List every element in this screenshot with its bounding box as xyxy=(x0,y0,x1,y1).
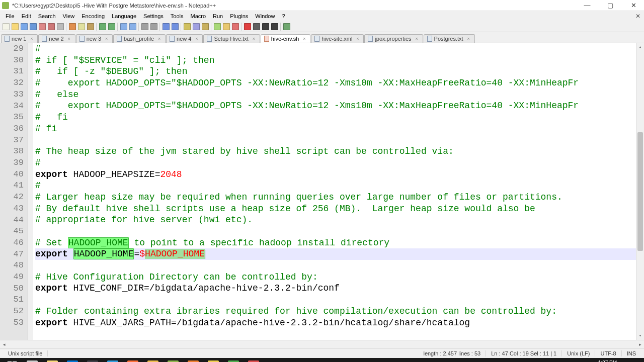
code-line[interactable] xyxy=(35,226,644,237)
code-line[interactable]: # fi xyxy=(35,123,644,135)
taskbar-chrome-button[interactable] xyxy=(143,358,163,362)
scroll-right-arrow-icon[interactable]: ▸ xyxy=(636,340,644,348)
taskbar-file-explorer-button[interactable] xyxy=(42,358,62,362)
code-line[interactable]: # export HADOOP_OPTS="$HADOOP_OPTS -XX:N… xyxy=(35,100,644,112)
taskbar-edge-button[interactable] xyxy=(62,358,83,362)
close-button[interactable]: ✕ xyxy=(625,1,642,11)
menu-language[interactable]: Language xyxy=(108,12,140,20)
open-button[interactable] xyxy=(11,22,19,31)
tab-bash_profile[interactable]: bash_profile× xyxy=(113,34,166,43)
windows-taskbar[interactable]: ˄ 👤 🖧 🔊 1:27 PM 8/20/2019 💬 xyxy=(0,358,644,362)
lang-button[interactable] xyxy=(222,22,230,31)
tab-close-icon[interactable]: × xyxy=(194,36,199,42)
tab-hive-env-sh[interactable]: hive-env.sh× xyxy=(261,34,310,43)
redo-button[interactable] xyxy=(107,22,116,31)
save-button[interactable] xyxy=(20,22,28,31)
tab-close-icon[interactable]: × xyxy=(66,36,72,42)
tab-close-icon[interactable]: × xyxy=(414,36,420,42)
taskbar-app-green-button[interactable] xyxy=(223,358,244,362)
undo-button[interactable] xyxy=(98,22,107,31)
tab-close-icon[interactable]: × xyxy=(466,36,471,42)
stop-button[interactable] xyxy=(252,22,261,31)
code-line[interactable] xyxy=(35,260,644,272)
monitor-button[interactable] xyxy=(282,22,291,31)
scroll-up-arrow-icon[interactable]: ▴ xyxy=(636,43,644,51)
close-all-button[interactable] xyxy=(47,22,55,31)
code-line[interactable]: # By default hive shell scripts use a he… xyxy=(35,203,644,215)
code-line[interactable]: # xyxy=(35,157,644,169)
tab-new-1[interactable]: new 1× xyxy=(1,34,38,43)
tab-new-2[interactable]: new 2× xyxy=(38,34,75,43)
taskbar-clock[interactable]: 1:27 PM 8/20/2019 xyxy=(590,360,622,362)
code-line[interactable]: # Folder containing extra ibraries requi… xyxy=(35,306,644,317)
zoom-out-button[interactable] xyxy=(149,22,158,31)
code-line[interactable]: # appropriate for hive server (hwi etc). xyxy=(35,214,644,226)
code-line[interactable]: export HADOOP_HOME=$HADOOP_HOME xyxy=(35,248,644,260)
code-line[interactable]: # xyxy=(35,180,644,192)
code-line[interactable]: # if [ -z "$DEBUG" ]; then xyxy=(35,66,644,77)
menu-run[interactable]: Run xyxy=(209,12,226,20)
horizontal-scrollbar[interactable]: ◂ ▸ xyxy=(0,340,644,348)
code-line[interactable]: # The heap size of the jvm stared by hiv… xyxy=(35,146,644,157)
menu-tools[interactable]: Tools xyxy=(167,12,187,20)
new-button[interactable] xyxy=(2,22,10,31)
code-line[interactable] xyxy=(35,294,644,306)
play-button[interactable] xyxy=(261,22,270,31)
rec-button[interactable] xyxy=(243,22,252,31)
replace-button[interactable] xyxy=(128,22,137,31)
code-line[interactable]: # else xyxy=(35,89,644,101)
minimize-button[interactable]: — xyxy=(579,1,596,11)
tabbar-close-icon[interactable]: ✕ xyxy=(634,13,642,20)
taskbar-app-orange-button[interactable] xyxy=(183,358,203,362)
taskbar-app-red-button[interactable] xyxy=(244,358,264,362)
tab-setup-hive-txt[interactable]: Setup Hive.txt× xyxy=(203,34,260,43)
code-line[interactable]: export HIVE_CONF_DIR=/bigdata/apache-hiv… xyxy=(35,283,644,294)
tab-close-icon[interactable]: × xyxy=(251,36,257,42)
zoom-in-button[interactable] xyxy=(140,22,149,31)
tab-close-icon[interactable]: × xyxy=(355,36,360,42)
tab-new-3[interactable]: new 3× xyxy=(76,34,113,43)
menu-[interactable]: ? xyxy=(278,12,288,20)
indent-button[interactable] xyxy=(201,22,209,31)
menu-encoding[interactable]: Encoding xyxy=(78,12,108,20)
taskbar-start-button[interactable] xyxy=(2,358,22,362)
menu-view[interactable]: View xyxy=(59,12,78,20)
code-area[interactable]: ## if [ "$SERVICE" = "cli" ]; then# if [… xyxy=(33,43,644,340)
play-multi-button[interactable] xyxy=(270,22,279,31)
scroll-down-arrow-icon[interactable]: ▾ xyxy=(636,332,644,340)
menu-edit[interactable]: Edit xyxy=(18,12,35,20)
menu-settings[interactable]: Settings xyxy=(140,12,167,20)
menu-macro[interactable]: Macro xyxy=(187,12,209,20)
tab-postgres-txt[interactable]: Postgres.txt× xyxy=(424,34,475,43)
code-line[interactable]: # if [ "$SERVICE" = "cli" ]; then xyxy=(35,55,644,66)
code-line[interactable]: # Larger heap size may be required when … xyxy=(35,192,644,203)
tab-new-4[interactable]: new 4× xyxy=(166,34,203,43)
tab-hive-site-xml[interactable]: hive-site.xml× xyxy=(311,34,364,43)
code-line[interactable]: # Hive Configuration Directory can be co… xyxy=(35,272,644,283)
comment-button[interactable] xyxy=(231,22,239,31)
fold-button[interactable] xyxy=(213,22,221,31)
sync-v-button[interactable] xyxy=(162,22,170,31)
tab-close-icon[interactable]: × xyxy=(301,36,307,42)
menu-window[interactable]: Window xyxy=(252,12,278,20)
copy-button[interactable] xyxy=(77,22,86,31)
code-line[interactable]: # export HADOOP_OPTS="$HADOOP_OPTS -XX:N… xyxy=(35,77,644,89)
sync-h-button[interactable] xyxy=(171,22,179,31)
taskbar-app-yellow-button[interactable] xyxy=(203,358,223,362)
vertical-scrollbar[interactable]: ▴ ▾ xyxy=(636,43,644,340)
print-button[interactable] xyxy=(56,22,64,31)
close-button[interactable] xyxy=(38,22,46,31)
maximize-button[interactable]: ▢ xyxy=(602,1,619,11)
tab-close-icon[interactable]: × xyxy=(104,36,109,42)
menu-file[interactable]: File xyxy=(2,12,18,20)
taskbar-firefox-button[interactable] xyxy=(123,358,143,362)
paste-button[interactable] xyxy=(86,22,95,31)
editor[interactable]: 2930313233343536373839404142434445464748… xyxy=(0,43,644,340)
code-line[interactable] xyxy=(35,135,644,146)
fold-margin[interactable] xyxy=(28,43,33,340)
code-line[interactable]: # fi xyxy=(35,112,644,123)
tab-close-icon[interactable]: × xyxy=(29,36,34,42)
scroll-left-arrow-icon[interactable]: ◂ xyxy=(0,340,8,348)
code-line[interactable]: export HIVE_AUX_JARS_PATH=/bigdata/apach… xyxy=(35,317,644,329)
taskbar-photos-button[interactable] xyxy=(83,358,103,362)
